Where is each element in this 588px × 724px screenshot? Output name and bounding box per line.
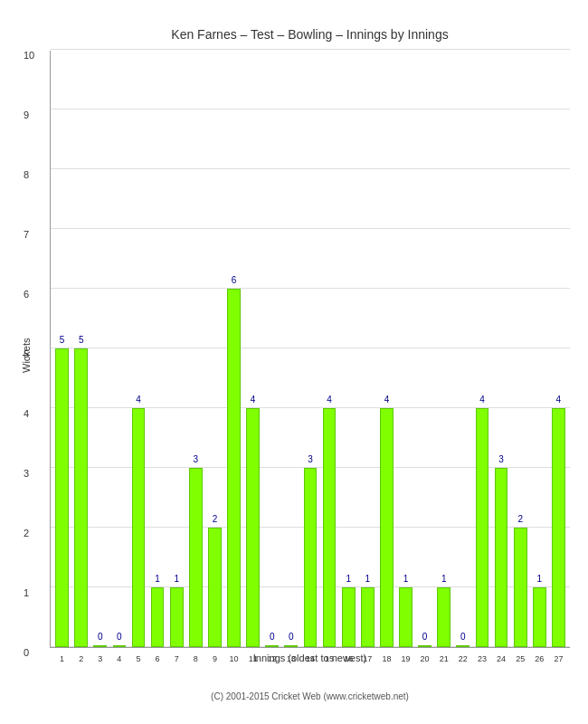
bar-value-label-26: 1: [537, 574, 543, 584]
x-tick-21: 21: [440, 654, 449, 663]
bar-innings-4: 0: [113, 645, 127, 647]
bar-value-label-24: 3: [498, 454, 504, 464]
x-tick-27: 27: [554, 654, 563, 663]
bar-value-label-19: 1: [403, 574, 409, 584]
bar-innings-19: 1: [399, 587, 413, 647]
x-tick-13: 13: [287, 654, 296, 663]
bar-value-label-10: 6: [232, 275, 237, 285]
x-tick-18: 18: [382, 654, 391, 663]
bar-value-label-8: 3: [194, 454, 199, 464]
x-tick-12: 12: [268, 654, 277, 663]
bar-value-label-1: 5: [60, 335, 65, 345]
bar-value-label-2: 5: [79, 335, 84, 345]
x-tick-14: 14: [306, 654, 315, 663]
bar-innings-2: 5: [74, 348, 88, 647]
bar-value-label-9: 2: [213, 514, 218, 524]
bar-innings-22: 0: [456, 645, 469, 647]
bar-group-22: 022: [453, 51, 472, 647]
bar-innings-27: 4: [552, 408, 565, 647]
x-tick-16: 16: [344, 654, 353, 663]
x-tick-3: 3: [98, 654, 102, 663]
bar-group-16: 116: [339, 51, 358, 647]
bar-innings-8: 3: [189, 468, 203, 647]
bar-group-1: 51: [52, 51, 71, 647]
x-tick-15: 15: [325, 654, 334, 663]
bar-value-label-18: 4: [384, 395, 390, 405]
bar-innings-23: 4: [476, 408, 489, 647]
bar-value-label-23: 4: [479, 395, 485, 405]
bar-value-label-6: 1: [155, 574, 160, 584]
y-axis-label: Wickets: [21, 338, 32, 374]
bar-value-label-11: 4: [251, 395, 256, 405]
bar-innings-13: 0: [284, 645, 298, 647]
bar-group-24: 324: [492, 51, 511, 647]
bar-value-label-22: 0: [460, 632, 466, 642]
bar-group-11: 411: [243, 51, 262, 647]
bar-group-20: 020: [415, 51, 434, 647]
bar-innings-9: 2: [208, 528, 222, 647]
bar-value-label-7: 1: [174, 574, 179, 584]
chart-title: Ken Farnes – Test – Bowling – Innings by…: [50, 27, 570, 42]
x-tick-11: 11: [249, 654, 258, 663]
bar-group-8: 38: [186, 51, 205, 647]
x-tick-26: 26: [535, 654, 544, 663]
bars-container: 5152030445161738296104110120133144151161…: [51, 51, 570, 647]
bar-group-2: 52: [71, 51, 90, 647]
bar-value-label-21: 1: [441, 574, 447, 584]
bar-value-label-13: 0: [289, 632, 294, 642]
x-tick-25: 25: [516, 654, 525, 663]
bar-innings-17: 1: [361, 587, 375, 647]
bar-group-17: 117: [358, 51, 377, 647]
bar-value-label-14: 3: [308, 454, 313, 464]
bar-group-12: 012: [262, 51, 281, 647]
bar-group-18: 418: [377, 51, 396, 647]
bar-innings-18: 4: [380, 408, 394, 647]
bar-group-25: 225: [511, 51, 530, 647]
bar-innings-1: 5: [55, 348, 69, 647]
x-tick-9: 9: [213, 654, 217, 663]
bar-group-27: 427: [549, 51, 568, 647]
bar-value-label-12: 0: [270, 632, 275, 642]
bar-value-label-16: 1: [346, 574, 351, 584]
x-tick-1: 1: [60, 654, 64, 663]
x-tick-4: 4: [117, 654, 121, 663]
x-tick-2: 2: [79, 654, 83, 663]
bar-value-label-17: 1: [365, 574, 371, 584]
bar-group-3: 03: [90, 51, 109, 647]
x-tick-23: 23: [478, 654, 487, 663]
bar-innings-15: 4: [323, 408, 337, 647]
bar-innings-6: 1: [151, 587, 165, 647]
bar-innings-12: 0: [265, 645, 279, 647]
bar-innings-11: 4: [246, 408, 260, 647]
copyright-label: (C) 2001-2015 Cricket Web (www.cricketwe…: [50, 691, 570, 701]
bar-value-label-4: 0: [117, 632, 122, 642]
x-tick-24: 24: [497, 654, 506, 663]
bar-innings-7: 1: [170, 587, 184, 647]
bar-group-10: 610: [224, 51, 243, 647]
bar-innings-20: 0: [418, 645, 432, 647]
bar-innings-25: 2: [514, 528, 527, 647]
bar-group-4: 04: [109, 51, 128, 647]
x-tick-8: 8: [194, 654, 198, 663]
bar-value-label-15: 4: [327, 395, 332, 405]
chart-area: 012345678910 515203044516173829610411012…: [50, 51, 570, 648]
bar-innings-10: 6: [227, 289, 241, 647]
bar-group-15: 415: [320, 51, 339, 647]
bar-group-26: 126: [530, 51, 549, 647]
bar-group-21: 121: [434, 51, 453, 647]
bar-value-label-3: 0: [98, 632, 103, 642]
x-tick-19: 19: [402, 654, 411, 663]
bar-group-23: 423: [472, 51, 491, 647]
bar-value-label-20: 0: [422, 632, 428, 642]
bar-innings-16: 1: [342, 587, 356, 647]
bar-value-label-25: 2: [517, 514, 523, 524]
bar-innings-21: 1: [437, 587, 450, 647]
bar-value-label-27: 4: [556, 395, 562, 405]
x-tick-17: 17: [363, 654, 372, 663]
bar-innings-14: 3: [304, 468, 318, 647]
bar-group-5: 45: [128, 51, 147, 647]
x-tick-22: 22: [459, 654, 468, 663]
bar-group-19: 119: [396, 51, 415, 647]
x-tick-10: 10: [230, 654, 239, 663]
bar-group-9: 29: [205, 51, 224, 647]
